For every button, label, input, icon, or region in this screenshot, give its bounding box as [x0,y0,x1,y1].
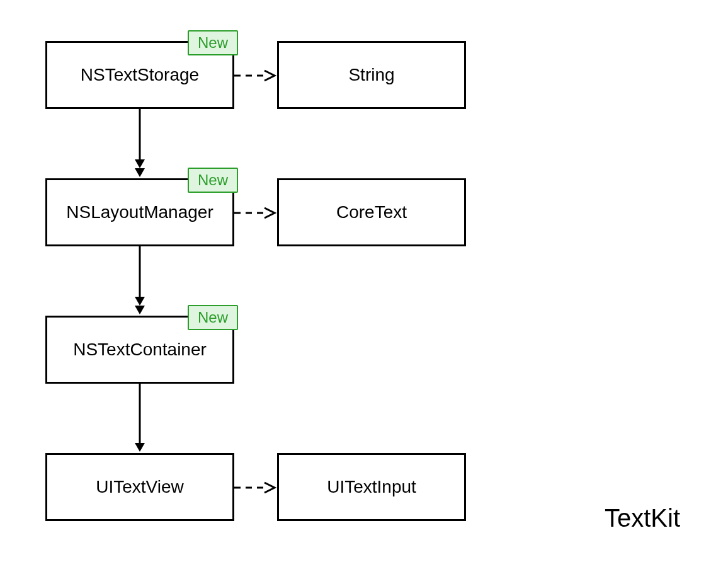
diagram-title: TextKit [605,504,680,532]
badge-nslayoutmanager: New [188,168,238,193]
box-label: UITextInput [327,477,416,497]
box-uitextinput: UITextInput [277,453,466,521]
svg-marker-10 [135,443,145,452]
svg-marker-7 [135,297,145,306]
box-label: UITextView [96,477,184,497]
connector-nslayoutmanager-coretext [234,207,277,219]
connector-nstextcontainer-uitextview [132,384,147,454]
box-label: NSTextContainer [73,340,207,360]
badge-label: New [198,171,228,188]
connector-uitextview-uitextinput [234,481,277,494]
badge-nstextcontainer: New [188,305,238,330]
svg-marker-8 [135,306,145,314]
box-coretext: CoreText [277,178,466,246]
connector-nslayoutmanager-nstextcontainer [132,246,147,317]
box-string: String [277,41,466,109]
connector-nstextstorage-nslayoutmanager [132,109,147,180]
badge-nstextstorage: New [188,30,238,55]
badge-label: New [198,34,228,51]
box-label: String [348,65,394,85]
svg-marker-4 [135,159,145,168]
box-uitextview: UITextView [45,453,234,521]
title-text: TextKit [605,504,680,532]
box-label: NSLayoutManager [66,202,213,222]
connector-nstextstorage-string [234,69,277,82]
svg-marker-5 [135,168,145,177]
box-label: CoreText [336,202,407,222]
badge-label: New [198,309,228,326]
box-label: NSTextStorage [81,65,199,85]
